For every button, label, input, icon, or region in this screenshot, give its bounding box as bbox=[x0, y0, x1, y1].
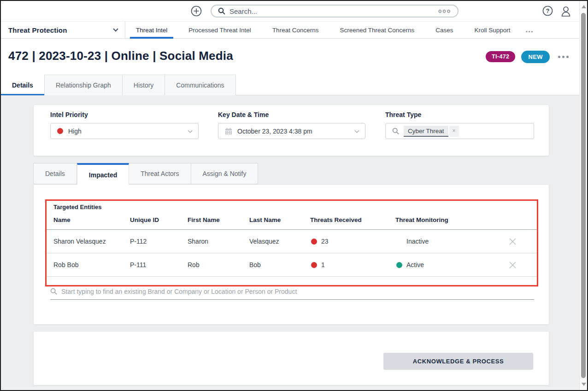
global-search-input[interactable] bbox=[229, 7, 438, 15]
row-name[interactable]: Sharon Velasquez bbox=[53, 238, 130, 245]
record-tabs: Details Relationship Graph History Commu… bbox=[1, 75, 587, 95]
annotation-highlight: Targeted Entities Name Unique ID First N… bbox=[45, 199, 538, 286]
threat-type-tag: Cyber Threat × bbox=[404, 126, 459, 137]
section-tabs: Details Impacted Threat Actors Assign & … bbox=[33, 163, 258, 185]
monitoring-dot-icon bbox=[396, 262, 402, 268]
table-header: Name Unique ID First Name Last Name Thre… bbox=[47, 210, 537, 229]
search-icon bbox=[218, 7, 225, 15]
form-card: Intel Priority High Key Date & Time Octo… bbox=[33, 105, 549, 156]
threat-type-tag-label[interactable]: Cyber Threat bbox=[404, 126, 448, 137]
nav-tab-cases[interactable]: Cases bbox=[425, 22, 464, 38]
tab-details[interactable]: Details bbox=[1, 75, 45, 95]
subtab-assign-notify[interactable]: Assign & Notify bbox=[191, 163, 259, 184]
threat-type-input[interactable]: Cyber Threat × bbox=[385, 123, 534, 139]
threat-count-dot-icon bbox=[311, 262, 317, 268]
row-threat-monitoring: Inactive bbox=[395, 238, 504, 245]
search-icon bbox=[392, 128, 399, 134]
scroll-up-icon[interactable] bbox=[582, 5, 586, 8]
subtab-details[interactable]: Details bbox=[33, 163, 77, 184]
row-threats-received: 23 bbox=[310, 238, 395, 245]
col-threats-received: Threats Received bbox=[310, 216, 395, 223]
row-first-name: Rob bbox=[188, 261, 249, 268]
col-unique-id: Unique ID bbox=[130, 216, 188, 223]
threat-type-label: Threat Type bbox=[385, 111, 534, 118]
row-first-name: Sharon bbox=[188, 238, 249, 245]
intel-priority-label: Intel Priority bbox=[50, 111, 199, 118]
row-unique-id: P-112 bbox=[130, 238, 188, 245]
scrollbar[interactable] bbox=[579, 1, 587, 390]
calendar-icon bbox=[225, 128, 232, 135]
remove-row-icon[interactable] bbox=[508, 237, 517, 246]
page-title: 472 | 2023-10-23 | Online | Social Media bbox=[8, 49, 233, 63]
search-options-icon[interactable]: ooo bbox=[438, 8, 451, 14]
content-area: Intel Priority High Key Date & Time Octo… bbox=[1, 95, 587, 390]
help-icon[interactable]: ? bbox=[542, 6, 553, 18]
col-last-name: Last Name bbox=[249, 216, 310, 223]
table-row: Rob Bob P-111 Rob Bob 1 Active bbox=[47, 253, 537, 276]
key-datetime-label: Key Date & Time bbox=[218, 111, 365, 118]
app-selector-label: Threat Protection bbox=[8, 26, 67, 34]
col-threat-monitoring: Threat Monitoring bbox=[395, 216, 504, 223]
col-first-name: First Name bbox=[188, 216, 249, 223]
tab-communications[interactable]: Communications bbox=[165, 75, 235, 95]
impacted-card: Targeted Entities Name Unique ID First N… bbox=[33, 184, 549, 325]
chevron-down-icon bbox=[355, 128, 359, 133]
col-name: Name bbox=[53, 216, 130, 223]
nav-tab-processed-threat-intel[interactable]: Processed Threat Intel bbox=[178, 22, 262, 38]
tag-remove-icon[interactable]: × bbox=[449, 126, 459, 137]
row-divider bbox=[47, 276, 537, 277]
status-badge: NEW bbox=[521, 51, 550, 63]
topbar: ooo ? bbox=[1, 1, 587, 21]
chevron-down-icon bbox=[188, 128, 193, 133]
field-key-datetime: Key Date & Time October 23, 2023 4:38 pm bbox=[218, 111, 365, 139]
tab-relationship-graph[interactable]: Relationship Graph bbox=[45, 75, 123, 95]
user-icon[interactable] bbox=[560, 6, 571, 19]
row-threat-monitoring: Active bbox=[395, 261, 504, 268]
record-id-badge: TI-472 bbox=[486, 51, 516, 62]
row-last-name: Bob bbox=[249, 261, 310, 268]
scrollbar-thumb[interactable] bbox=[581, 13, 586, 378]
svg-text:?: ? bbox=[546, 7, 550, 14]
more-actions-icon[interactable] bbox=[558, 56, 569, 58]
create-icon[interactable] bbox=[191, 6, 202, 17]
header-badges: TI-472 NEW bbox=[486, 39, 569, 75]
subtab-threat-actors[interactable]: Threat Actors bbox=[129, 163, 191, 184]
nav-tab-kroll-support[interactable]: Kroll Support bbox=[464, 22, 521, 38]
threat-count-dot-icon bbox=[311, 239, 317, 245]
page-header: 472 | 2023-10-23 | Online | Social Media… bbox=[1, 39, 587, 75]
key-datetime-select[interactable]: October 23, 2023 4:38 pm bbox=[218, 123, 365, 139]
field-threat-type: Threat Type Cyber Threat × bbox=[385, 111, 534, 139]
actions-card: ACKNOWLEDGE & PROCESS bbox=[33, 331, 549, 385]
priority-dot-icon bbox=[57, 128, 63, 134]
section-label: Targeted Entities bbox=[53, 204, 530, 210]
subtab-impacted[interactable]: Impacted bbox=[77, 163, 129, 185]
intel-priority-value: High bbox=[68, 128, 82, 135]
nav-tab-threat-intel[interactable]: Threat Intel bbox=[125, 22, 178, 38]
row-last-name: Velasquez bbox=[249, 238, 310, 245]
remove-row-icon[interactable] bbox=[508, 261, 517, 269]
global-search[interactable]: ooo bbox=[211, 5, 459, 18]
app-selector[interactable]: Threat Protection bbox=[1, 22, 125, 38]
acknowledge-process-button[interactable]: ACKNOWLEDGE & PROCESS bbox=[383, 353, 533, 370]
scroll-down-icon[interactable] bbox=[582, 383, 586, 386]
intel-priority-select[interactable]: High bbox=[50, 123, 199, 139]
search-icon bbox=[50, 288, 57, 295]
field-intel-priority: Intel Priority High bbox=[50, 111, 199, 139]
row-unique-id: P-111 bbox=[130, 261, 188, 268]
nav-tab-threat-concerns[interactable]: Threat Concerns bbox=[262, 22, 329, 38]
table-row: Sharon Velasquez P-112 Sharon Velasquez … bbox=[47, 230, 537, 253]
nav-more-icon[interactable]: ... bbox=[521, 25, 538, 35]
nav-tab-screened-threat-concerns[interactable]: Screened Threat Concerns bbox=[329, 22, 425, 38]
row-threats-received: 1 bbox=[310, 261, 395, 268]
nav-bar: Threat Protection Threat Intel Processed… bbox=[1, 21, 587, 39]
entity-search-input[interactable] bbox=[61, 288, 534, 295]
nav-tabs: Threat Intel Processed Threat Intel Thre… bbox=[125, 22, 578, 38]
app-window: ooo ? Threat Protection Threat Intel Pro… bbox=[0, 0, 588, 391]
chevron-down-icon bbox=[113, 26, 118, 31]
key-datetime-value: October 23, 2023 4:38 pm bbox=[237, 128, 312, 135]
row-name[interactable]: Rob Bob bbox=[53, 261, 130, 268]
tab-history[interactable]: History bbox=[123, 75, 165, 95]
